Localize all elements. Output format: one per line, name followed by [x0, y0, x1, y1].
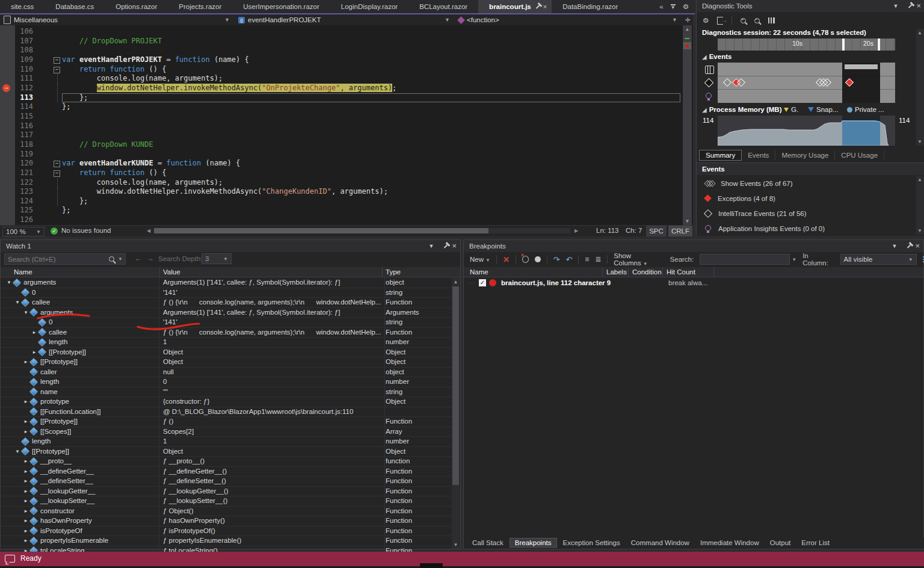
code-editor[interactable]: 106107 // DropDown PROJEKT108109−var eve… — [0, 25, 693, 225]
tab-bclayout-razor[interactable]: BCLayout.razor — [408, 0, 478, 13]
tab-call-stack[interactable]: Call Stack — [467, 539, 508, 547]
breakpoint-margin[interactable] — [0, 102, 15, 112]
search-depth-dropdown[interactable]: 3 ▼ — [202, 253, 232, 264]
watch-value-cell[interactable]: ƒ __lookupGetter__() — [160, 487, 385, 496]
code-text[interactable]: window.dotNetHelper.invokeMethodAsync("O… — [62, 84, 693, 93]
scrollbar-thumb[interactable] — [452, 286, 459, 485]
export-breakpoints-icon[interactable]: ↷ — [553, 255, 560, 264]
watch-row[interactable]: ▸prototype{constructor: ƒ}Object — [1, 397, 453, 407]
collapse-icon[interactable]: ▾ — [14, 447, 21, 457]
watch-value-cell[interactable]: {constructor: ƒ} — [160, 397, 385, 407]
watch-row[interactable]: length1number — [1, 338, 453, 348]
watch-value-cell[interactable]: ƒ () — [160, 417, 385, 427]
breakpoint-enabled-checkbox[interactable]: ✓ — [479, 279, 486, 286]
scrollbar-thumb[interactable] — [683, 42, 691, 49]
selection-end-handle[interactable] — [878, 39, 880, 51]
collapse-icon[interactable]: ▾ — [14, 298, 21, 307]
tab-memory-usage[interactable]: Memory Usage — [775, 150, 835, 160]
code-text[interactable]: var eventHandlerKUNDE = function (name) … — [62, 159, 693, 168]
tab-summary[interactable]: Summary — [699, 150, 742, 161]
expand-icon[interactable]: ▸ — [31, 348, 38, 357]
code-text[interactable] — [62, 46, 693, 55]
watch-value-cell[interactable]: 0 — [160, 377, 385, 387]
watch-row[interactable]: ▸__lookupSetter__ƒ __lookupSetter__()Fun… — [1, 496, 453, 507]
watch-value-cell[interactable]: '141' — [160, 288, 385, 298]
breakpoints-search-input[interactable] — [700, 254, 790, 265]
watch-search-box[interactable]: ▼ — [4, 253, 126, 265]
export-icon[interactable] — [717, 17, 723, 25]
search-next-icon[interactable]: → — [146, 254, 154, 263]
summary-scrollbar[interactable]: ▲ ▼ — [916, 176, 924, 235]
feedback-icon[interactable] — [5, 555, 15, 563]
watch-value-cell[interactable]: Arguments(1) ['141', callee: ƒ, Symbol(S… — [160, 278, 385, 288]
code-text[interactable] — [62, 215, 693, 225]
watch-value-cell[interactable]: ƒ () {\r\n console.log(name, arguments);… — [160, 298, 385, 307]
issues-status[interactable]: No issues found — [61, 227, 111, 234]
selection-start-handle[interactable] — [842, 39, 845, 51]
watch-value-cell[interactable]: @ D:\_BLOG_Blazor\BlazorApp1\wwwroot\js\… — [160, 407, 385, 417]
expand-icon[interactable]: ▸ — [22, 536, 29, 546]
pin-icon[interactable] — [907, 244, 911, 248]
tab-immediate-window[interactable]: Immediate Window — [695, 539, 764, 547]
tab-cpu-usage[interactable]: CPU Usage — [835, 150, 884, 160]
watch-value-cell[interactable]: Object — [160, 357, 385, 367]
project-scope-dropdown[interactable]: Miscellaneous ▼ — [4, 14, 233, 25]
watch-value-cell[interactable]: Scopes[2] — [160, 427, 385, 437]
expand-icon[interactable]: ▸ — [22, 496, 29, 506]
scrollbar-thumb[interactable] — [154, 228, 488, 233]
code-text[interactable]: }; — [62, 197, 693, 206]
scroll-up-icon[interactable]: ▲ — [917, 177, 922, 182]
watch-row[interactable]: ▸constructorƒ Object()Function — [1, 507, 453, 517]
close-icon[interactable]: × — [915, 240, 920, 252]
watch-title-bar[interactable]: Watch 1 ▼ × — [1, 240, 460, 252]
reset-view-icon[interactable] — [768, 17, 775, 23]
breakpoints-title-bar[interactable]: Breakpoints ▼ × — [464, 240, 923, 252]
code-text[interactable]: }; — [62, 102, 693, 112]
watch-row[interactable]: ▸[[Scopes]]Scopes[2]Array — [1, 427, 453, 437]
column-header-labels[interactable]: Labels — [606, 267, 627, 277]
watch-row[interactable]: ▸[[Prototype]]ObjectObject — [1, 357, 453, 368]
watch-row[interactable]: ▾argumentsArguments(1) ['141', callee: ƒ… — [1, 278, 453, 288]
watch-value-cell[interactable]: 1 — [160, 437, 385, 446]
diagnostics-scrollbar[interactable]: ▲ ▼ — [916, 29, 924, 146]
breakpoint-hit-icon[interactable]: → — [2, 84, 10, 92]
breakpoint-margin[interactable] — [0, 131, 15, 140]
expand-icon[interactable]: ▸ — [22, 477, 29, 486]
breakpoint-margin[interactable] — [0, 55, 15, 65]
column-header-name[interactable]: Name — [14, 267, 32, 277]
watch-value-cell[interactable]: Object — [160, 348, 385, 357]
event-list-item[interactable]: IntelliTrace Events (21 of 56) — [697, 206, 913, 221]
watch-row[interactable]: ▸[[Prototype]]ObjectObject — [1, 348, 453, 358]
watch-row[interactable]: name""string — [1, 387, 453, 398]
watch-row[interactable]: [[FunctionLocation]]@ D:\_BLOG_Blazor\Bl… — [1, 407, 453, 418]
code-text[interactable]: console.log(name, arguments); — [62, 178, 693, 188]
zoom-out-icon[interactable]: − — [754, 18, 760, 23]
code-text[interactable]: var eventHandlerPROJEKT = function (name… — [62, 55, 693, 65]
memory-section-header[interactable]: ◢Process Memory (MB) — [702, 106, 782, 113]
breakpoint-margin[interactable] — [0, 178, 15, 188]
watch-row[interactable]: ▸__proto__ƒ __proto__()function — [1, 457, 453, 467]
watch-value-cell[interactable]: ƒ hasOwnProperty() — [160, 516, 385, 526]
event-list-item[interactable]: Application Insights Events (0 of 0) — [697, 221, 913, 236]
event-list-item[interactable]: Show Events (26 of 67) — [697, 176, 913, 191]
in-column-dropdown[interactable]: All visible ▼ — [840, 254, 917, 265]
expand-icon[interactable]: ▸ — [22, 526, 29, 536]
code-text[interactable]: console.log(name, arguments); — [62, 74, 693, 84]
scroll-down-icon[interactable]: ▼ — [683, 218, 692, 224]
breakpoint-margin[interactable] — [0, 150, 15, 159]
breakpoint-margin[interactable] — [0, 74, 15, 84]
tab-database-cs[interactable]: Database.cs — [45, 0, 105, 13]
breakpoint-margin[interactable]: → — [0, 84, 15, 93]
watch-row[interactable]: 0'141'string — [1, 288, 453, 298]
watch-value-cell[interactable]: "" — [160, 387, 385, 397]
code-text[interactable] — [62, 131, 693, 140]
pin-icon[interactable] — [908, 4, 912, 8]
code-text[interactable]: // DropDown PROJEKT — [62, 37, 693, 46]
expand-icon[interactable]: ▸ — [22, 357, 29, 367]
column-header-type[interactable]: Type — [386, 267, 401, 277]
watch-value-cell[interactable]: ƒ isPrototypeOf() — [160, 526, 385, 536]
spaces-toggle[interactable]: SPC — [646, 226, 667, 236]
watch-row[interactable]: length1number — [1, 437, 453, 447]
tab-exception-settings[interactable]: Exception Settings — [558, 539, 625, 547]
tab-databinding-razor[interactable]: DataBinding.razor — [552, 0, 629, 13]
